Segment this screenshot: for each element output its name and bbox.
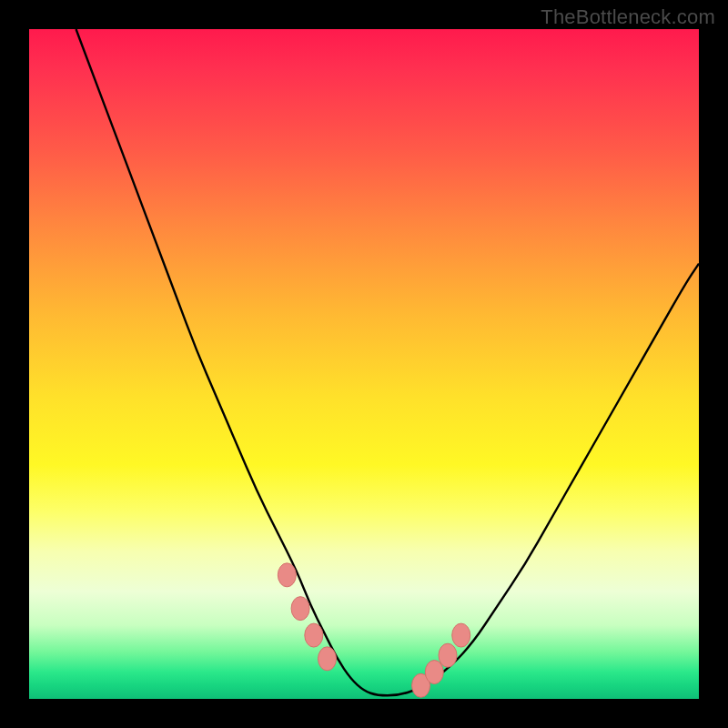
curve-marker: [439, 643, 457, 667]
curve-marker: [291, 597, 309, 621]
curve-marker: [278, 563, 296, 587]
curve-layer: [29, 29, 699, 699]
watermark-text: TheBottleneck.com: [541, 5, 715, 29]
curve-marker: [318, 647, 337, 671]
chart-frame: TheBottleneck.com: [0, 0, 728, 728]
bottleneck-curve: [76, 29, 699, 695]
curve-markers: [278, 563, 470, 697]
curve-marker: [305, 623, 323, 647]
plot-area: [29, 29, 699, 699]
curve-marker: [452, 623, 470, 647]
curve-marker: [425, 661, 443, 684]
